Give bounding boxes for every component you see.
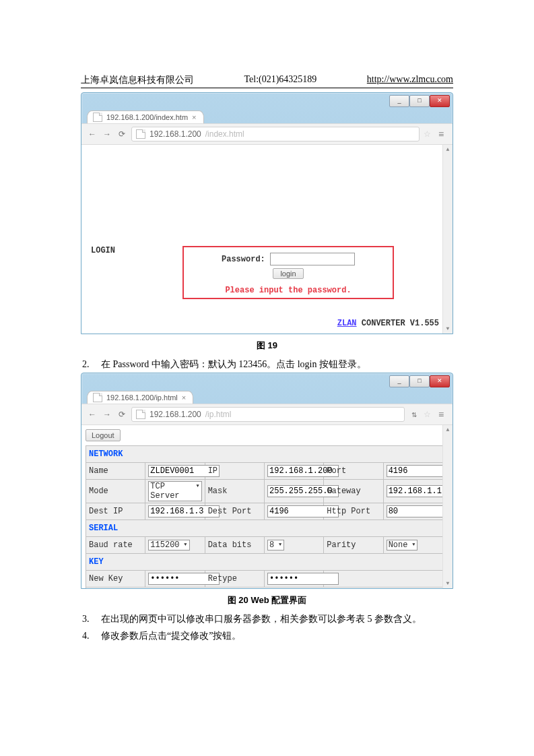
login-page: ▲ ▼ LOGIN Password: login Please input t… <box>81 145 453 334</box>
back-icon[interactable]: ← <box>87 410 98 419</box>
close-button[interactable]: ✕ <box>430 95 450 107</box>
step-4-text: 修改参数后点击“提交修改”按钮。 <box>101 627 453 644</box>
password-input[interactable] <box>270 253 355 265</box>
config-page: ▲ ▼ Logout NETWORK Name IP Port Mode TCP… <box>81 425 453 588</box>
step-3: 3. 在出现的网页中可以修改串口服务器参数，相关参数可以参考表 5 参数含义。 <box>81 610 453 627</box>
url-host: 192.168.1.200 <box>149 410 201 419</box>
password-label: Password: <box>222 255 265 264</box>
page-icon <box>136 410 145 419</box>
label-parity: Parity <box>324 537 383 554</box>
section-network: NETWORK <box>86 446 443 463</box>
section-key: KEY <box>86 554 443 571</box>
login-footer: ZLAN CONVERTER V1.555 <box>337 319 439 328</box>
label-baud: Baud rate <box>86 537 145 554</box>
page-icon <box>136 129 145 139</box>
browser-window-login: _ □ ✕ 192.168.1.200/index.htm × ← → ⟳ 19… <box>81 92 453 334</box>
bookmark-icon[interactable]: ☆ <box>424 129 431 139</box>
label-name: Name <box>86 463 145 480</box>
figure19-caption: 图 19 <box>81 340 453 352</box>
label-mask: Mask <box>205 480 264 503</box>
url-input[interactable]: 192.168.1.200/index.html <box>131 127 420 141</box>
close-button[interactable]: ✕ <box>430 375 450 387</box>
forward-icon[interactable]: → <box>102 129 112 139</box>
browser-window-config: _ □ ✕ 192.168.1.200/ip.html × ← → ⟳ 192.… <box>81 373 453 589</box>
maximize-button[interactable]: □ <box>409 95 430 107</box>
baud-select[interactable]: 115200 <box>148 540 189 550</box>
reload-icon[interactable]: ⟳ <box>116 410 127 419</box>
figure20-caption: 图 20 Web 配置界面 <box>81 594 453 606</box>
browser-tab[interactable]: 192.168.1.200/index.htm × <box>87 111 204 123</box>
tab-close-icon[interactable]: × <box>182 393 186 402</box>
maximize-button[interactable]: □ <box>409 375 430 387</box>
label-mode: Mode <box>86 480 145 503</box>
retype-input[interactable] <box>267 573 339 585</box>
company-name: 上海卓岚信息科技有限公司 <box>81 74 194 86</box>
page-header: 上海卓岚信息科技有限公司 Tel:(021)64325189 http://ww… <box>81 74 453 88</box>
label-databits: Data bits <box>205 537 264 554</box>
tab-title: 192.168.1.200/ip.html <box>106 393 178 402</box>
scrollbar[interactable]: ▲ ▼ <box>442 145 453 334</box>
login-warning: Please input the password. <box>184 286 393 295</box>
login-button[interactable]: login <box>273 268 303 279</box>
step-2-text: 在 Password 中输入密码：默认为 123456。点击 login 按钮登… <box>101 356 453 373</box>
minimize-button[interactable]: _ <box>389 95 409 107</box>
minimize-button[interactable]: _ <box>389 375 409 387</box>
logout-button[interactable]: Logout <box>86 429 121 441</box>
label-newkey: New Key <box>86 571 145 588</box>
step-2: 2. 在 Password 中输入密码：默认为 123456。点击 login … <box>81 356 453 373</box>
window-controls: _ □ ✕ <box>81 373 453 387</box>
list-number: 3. <box>81 610 101 627</box>
url-input[interactable]: 192.168.1.200/ip.html <box>131 407 405 422</box>
databits-select[interactable]: 8 <box>267 540 284 550</box>
address-bar: ← → ⟳ 192.168.1.200/ip.html ⇅ ☆ ≡ <box>81 404 453 425</box>
scroll-up-icon[interactable]: ▲ <box>443 425 453 435</box>
list-number: 2. <box>81 356 101 373</box>
forward-icon[interactable]: → <box>102 410 112 419</box>
website-link[interactable]: http://www.zlmcu.com <box>367 74 453 86</box>
browser-tab[interactable]: 192.168.1.200/ip.html × <box>87 391 193 404</box>
login-heading: LOGIN <box>91 246 115 255</box>
page-icon <box>93 393 102 402</box>
translate-icon[interactable]: ⇅ <box>409 411 420 418</box>
mode-select[interactable]: TCP Server <box>148 481 201 501</box>
tab-close-icon[interactable]: × <box>192 113 196 121</box>
scroll-down-icon[interactable]: ▼ <box>443 324 453 334</box>
url-path: /ip.html <box>205 410 232 419</box>
parity-select[interactable]: None <box>387 540 418 550</box>
url-path: /index.html <box>205 129 244 139</box>
page-icon <box>93 113 102 122</box>
step-4: 4. 修改参数后点击“提交修改”按钮。 <box>81 627 453 644</box>
step-3-text: 在出现的网页中可以修改串口服务器参数，相关参数可以参考表 5 参数含义。 <box>101 610 453 627</box>
back-icon[interactable]: ← <box>87 129 98 139</box>
address-bar: ← → ⟳ 192.168.1.200/index.html ☆ ≡ <box>81 123 453 145</box>
section-serial: SERIAL <box>86 520 443 537</box>
scroll-down-icon[interactable]: ▼ <box>443 579 453 588</box>
config-table: NETWORK Name IP Port Mode TCP Server Mas… <box>86 445 443 589</box>
menu-icon[interactable]: ≡ <box>435 409 447 420</box>
scroll-up-icon[interactable]: ▲ <box>443 145 453 154</box>
telephone: Tel:(021)64325189 <box>244 74 316 86</box>
reload-icon[interactable]: ⟳ <box>116 129 127 139</box>
menu-icon[interactable]: ≡ <box>435 129 447 139</box>
bookmark-icon[interactable]: ☆ <box>424 410 431 419</box>
label-gateway: Gateway <box>324 480 383 503</box>
label-destip: Dest IP <box>86 503 145 520</box>
scrollbar[interactable]: ▲ ▼ <box>442 425 453 588</box>
login-form: Password: login Please input the passwor… <box>182 246 394 299</box>
zlan-link[interactable]: ZLAN <box>337 319 357 328</box>
window-controls: _ □ ✕ <box>81 93 453 107</box>
list-number: 4. <box>81 627 101 644</box>
tab-title: 192.168.1.200/index.htm <box>106 113 188 121</box>
url-host: 192.168.1.200 <box>149 129 201 139</box>
version-text: CONVERTER V1.555 <box>357 319 439 328</box>
